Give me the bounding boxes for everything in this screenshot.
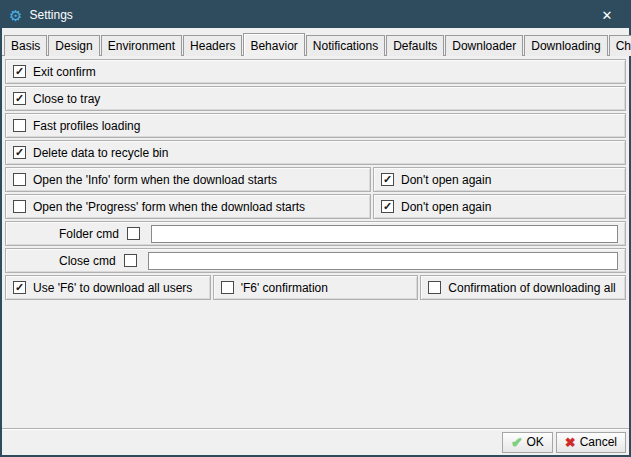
open-progress-panel: Open the 'Progress' form when the downlo… <box>5 194 371 219</box>
confirm-downloading-all-checkbox[interactable] <box>428 281 441 294</box>
empty-space <box>5 302 626 425</box>
row-progress-form: Open the 'Progress' form when the downlo… <box>5 194 626 219</box>
f6-download-all-checkbox[interactable] <box>13 281 26 294</box>
fast-profiles-checkbox[interactable] <box>13 119 26 132</box>
progress-dont-open-checkbox[interactable] <box>381 200 394 213</box>
ok-button-label: OK <box>526 435 543 449</box>
info-dont-open-label[interactable]: Don't open again <box>401 173 491 187</box>
behavior-tab-content: Exit confirm Close to tray Fast profiles… <box>2 56 629 428</box>
f6-confirmation-label[interactable]: 'F6' confirmation <box>241 281 328 295</box>
info-dont-open-checkbox[interactable] <box>381 173 394 186</box>
folder-cmd-label[interactable]: Folder cmd <box>59 227 119 241</box>
tab-defaults[interactable]: Defaults <box>386 35 444 56</box>
folder-cmd-checkbox[interactable] <box>127 227 140 240</box>
gear-icon: ⚙ <box>9 8 22 23</box>
tab-channels[interactable]: Channels <box>609 35 631 56</box>
row-close-to-tray: Close to tray <box>5 86 626 111</box>
tab-downloader[interactable]: Downloader <box>445 35 523 56</box>
row-delete-recycle: Delete data to recycle bin <box>5 140 626 165</box>
fast-profiles-label[interactable]: Fast profiles loading <box>33 119 140 133</box>
close-cmd-input[interactable] <box>148 252 618 270</box>
row-exit-confirm: Exit confirm <box>5 59 626 84</box>
delete-recycle-label[interactable]: Delete data to recycle bin <box>33 146 168 160</box>
confirm-downloading-all-panel: Confirmation of downloading all <box>420 275 626 300</box>
tab-behavior[interactable]: Behavior <box>243 33 304 56</box>
open-progress-label[interactable]: Open the 'Progress' form when the downlo… <box>33 200 305 214</box>
settings-dialog: ⚙ Settings ✕ Basis Design Environment He… <box>0 0 631 457</box>
ok-button[interactable]: ✔ OK <box>502 432 552 453</box>
tab-headers[interactable]: Headers <box>183 35 242 56</box>
delete-recycle-checkbox[interactable] <box>13 146 26 159</box>
close-icon[interactable]: ✕ <box>592 2 622 28</box>
row-info-form: Open the 'Info' form when the download s… <box>5 167 626 192</box>
tab-downloading[interactable]: Downloading <box>524 35 607 56</box>
f6-download-all-label[interactable]: Use 'F6' to download all users <box>33 281 192 295</box>
info-dont-open-panel: Don't open again <box>373 167 626 192</box>
f6-download-all-panel: Use 'F6' to download all users <box>5 275 211 300</box>
close-cmd-checkbox[interactable] <box>124 254 137 267</box>
open-progress-checkbox[interactable] <box>13 200 26 213</box>
close-to-tray-label[interactable]: Close to tray <box>33 92 100 106</box>
tab-strip: Basis Design Environment Headers Behavio… <box>2 28 629 56</box>
confirm-downloading-all-label[interactable]: Confirmation of downloading all <box>448 281 615 295</box>
open-info-label[interactable]: Open the 'Info' form when the download s… <box>33 173 277 187</box>
ok-check-icon: ✔ <box>511 435 522 450</box>
progress-dont-open-panel: Don't open again <box>373 194 626 219</box>
row-folder-cmd: Folder cmd <box>5 221 626 246</box>
open-info-checkbox[interactable] <box>13 173 26 186</box>
row-f6-options: Use 'F6' to download all users 'F6' conf… <box>5 275 626 300</box>
open-info-panel: Open the 'Info' form when the download s… <box>5 167 371 192</box>
f6-confirmation-panel: 'F6' confirmation <box>213 275 419 300</box>
cancel-button-label: Cancel <box>580 435 617 449</box>
row-fast-profiles: Fast profiles loading <box>5 113 626 138</box>
cancel-button[interactable]: ✖ Cancel <box>556 432 626 453</box>
tab-design[interactable]: Design <box>48 35 99 56</box>
progress-dont-open-label[interactable]: Don't open again <box>401 200 491 214</box>
tab-environment[interactable]: Environment <box>101 35 182 56</box>
window-title: Settings <box>29 8 72 22</box>
folder-cmd-input[interactable] <box>151 225 618 243</box>
tab-basis[interactable]: Basis <box>4 35 47 56</box>
f6-confirmation-checkbox[interactable] <box>221 281 234 294</box>
exit-confirm-label[interactable]: Exit confirm <box>33 65 96 79</box>
cancel-x-icon: ✖ <box>565 435 576 450</box>
exit-confirm-checkbox[interactable] <box>13 65 26 78</box>
close-to-tray-checkbox[interactable] <box>13 92 26 105</box>
row-close-cmd: Close cmd <box>5 248 626 273</box>
titlebar: ⚙ Settings ✕ <box>2 2 629 28</box>
tab-notifications[interactable]: Notifications <box>306 35 385 56</box>
footer-bar: ✔ OK ✖ Cancel <box>2 428 629 455</box>
close-cmd-label[interactable]: Close cmd <box>59 254 116 268</box>
